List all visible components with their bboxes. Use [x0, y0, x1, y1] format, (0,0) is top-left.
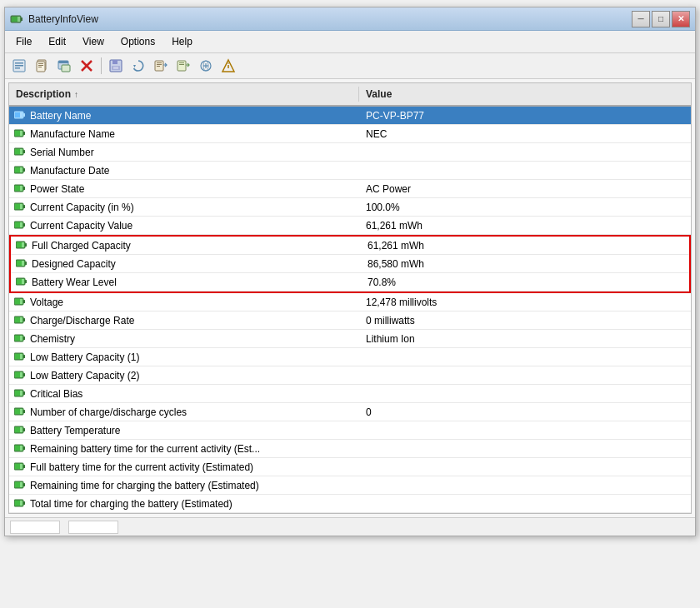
- battery-icon: [14, 499, 26, 508]
- menu-view[interactable]: View: [75, 33, 112, 50]
- row-value: 61,261 mWh: [359, 218, 691, 233]
- toolbar-properties[interactable]: [8, 56, 30, 76]
- row-description: Battery Name: [9, 108, 359, 123]
- row-value: [359, 169, 691, 172]
- table-header: Description ↑ Value: [9, 83, 691, 107]
- table-row[interactable]: Battery Wear Level70.8%: [11, 273, 689, 292]
- toolbar-delete[interactable]: [76, 56, 98, 76]
- row-value: [359, 502, 691, 506]
- col-header-value[interactable]: Value: [359, 87, 691, 102]
- status-panel-left: [10, 521, 60, 534]
- table-row[interactable]: Remaining battery time for the current a…: [9, 440, 691, 458]
- battery-icon: [14, 462, 26, 471]
- svg-rect-94: [23, 373, 25, 376]
- content-area: Description ↑ Value Battery NamePC-VP-BP…: [8, 82, 692, 514]
- row-description: Remaining battery time for the current a…: [9, 441, 359, 456]
- svg-rect-42: [23, 132, 25, 135]
- row-description: Low Battery Capacity (1): [9, 350, 359, 365]
- table-row[interactable]: Remaining time for charging the battery …: [9, 476, 691, 495]
- row-description: Chemistry: [9, 331, 359, 346]
- row-value: PC-VP-BP77: [359, 108, 691, 123]
- svg-rect-108: [15, 427, 20, 432]
- table-row[interactable]: Battery NamePC-VP-BP77: [9, 107, 691, 125]
- title-bar: BatteryInfoView ─ □ ✕: [5, 7, 695, 31]
- battery-icon: [14, 147, 26, 157]
- menu-edit[interactable]: Edit: [41, 33, 73, 50]
- battery-icon: [16, 259, 28, 268]
- table-row[interactable]: Voltage12,478 millivolts: [9, 293, 691, 311]
- svg-rect-80: [15, 299, 20, 304]
- svg-rect-25: [157, 64, 162, 65]
- svg-rect-114: [23, 465, 25, 468]
- battery-icon: [14, 297, 26, 306]
- table-row[interactable]: Total time for charging the battery (Est…: [9, 495, 691, 513]
- row-description: Current Capacity Value: [9, 218, 359, 233]
- table-row[interactable]: Full Charged Capacity61,261 mWh: [11, 237, 689, 255]
- svg-rect-1: [21, 17, 22, 21]
- menu-options[interactable]: Options: [113, 33, 162, 50]
- battery-icon: [14, 426, 26, 435]
- menu-help[interactable]: Help: [164, 33, 200, 50]
- minimize-button[interactable]: ─: [632, 11, 650, 27]
- col-header-description[interactable]: Description ↑: [9, 87, 359, 102]
- row-description: Manufacture Date: [9, 163, 359, 178]
- highlight-wrapper: Full Charged Capacity61,261 mWh Designed…: [9, 235, 691, 293]
- row-value: 61,261 mWh: [361, 238, 689, 253]
- battery-icon: [14, 202, 26, 212]
- svg-point-36: [228, 62, 229, 64]
- row-value: 0: [359, 405, 691, 420]
- row-description: Battery Wear Level: [11, 275, 361, 290]
- svg-rect-19: [112, 60, 118, 64]
- table-row[interactable]: Power StateAC Power: [9, 180, 691, 198]
- toolbar-export2[interactable]: [172, 56, 194, 76]
- toolbar-about[interactable]: [218, 56, 239, 76]
- table-row[interactable]: Manufacture NameNEC: [9, 125, 691, 143]
- svg-rect-68: [17, 242, 22, 247]
- svg-rect-110: [23, 446, 25, 450]
- svg-rect-14: [58, 61, 68, 63]
- table-row[interactable]: Current Capacity (in %)100.0%: [9, 198, 691, 217]
- toolbar-window[interactable]: [53, 56, 75, 76]
- table-row[interactable]: Full battery time for the current activi…: [9, 458, 691, 476]
- app-icon: [10, 12, 23, 26]
- table-row[interactable]: Designed Capacity86,580 mWh: [11, 255, 689, 273]
- table-row[interactable]: Number of charge/discharge cycles0: [9, 403, 691, 421]
- toolbar: [5, 53, 695, 79]
- close-button[interactable]: ✕: [672, 11, 690, 27]
- svg-rect-66: [25, 243, 27, 247]
- row-value: 12,478 millivolts: [359, 295, 691, 310]
- toolbar-export1[interactable]: [150, 56, 172, 76]
- svg-rect-21: [113, 67, 118, 69]
- table-row[interactable]: Critical Bias: [9, 385, 691, 403]
- toolbar-export3[interactable]: [195, 56, 217, 76]
- battery-icon: [14, 166, 26, 175]
- row-description: Full Charged Capacity: [11, 238, 361, 253]
- svg-rect-98: [23, 391, 25, 395]
- table-row[interactable]: Current Capacity Value61,261 mWh: [9, 217, 691, 235]
- row-description: Full battery time for the current activi…: [9, 460, 359, 475]
- table-row[interactable]: Charge/Discharge Rate0 milliwatts: [9, 311, 691, 330]
- battery-icon: [16, 241, 28, 250]
- svg-rect-120: [15, 482, 20, 487]
- table-row[interactable]: ChemistryLithium Ion: [9, 330, 691, 348]
- toolbar-copy[interactable]: [31, 56, 52, 76]
- table-body[interactable]: Battery NamePC-VP-BP77 Manufacture NameN…: [9, 107, 691, 513]
- svg-rect-58: [23, 205, 25, 208]
- svg-rect-28: [179, 62, 184, 63]
- row-description: Low Battery Capacity (2): [9, 368, 359, 383]
- svg-rect-106: [23, 428, 25, 431]
- row-description: Serial Number: [9, 145, 359, 160]
- row-description: Manufacture Name: [9, 127, 359, 142]
- svg-rect-50: [23, 168, 25, 172]
- menu-file[interactable]: File: [8, 33, 39, 50]
- battery-icon: [14, 444, 26, 453]
- table-row[interactable]: Low Battery Capacity (2): [9, 366, 691, 385]
- table-row[interactable]: Serial Number: [9, 143, 691, 162]
- toolbar-save[interactable]: [105, 56, 127, 76]
- maximize-button[interactable]: □: [652, 11, 670, 27]
- toolbar-refresh[interactable]: [128, 56, 149, 76]
- table-row[interactable]: Manufacture Date: [9, 162, 691, 180]
- battery-icon: [16, 277, 28, 287]
- table-row[interactable]: Battery Temperature: [9, 421, 691, 440]
- table-row[interactable]: Low Battery Capacity (1): [9, 348, 691, 366]
